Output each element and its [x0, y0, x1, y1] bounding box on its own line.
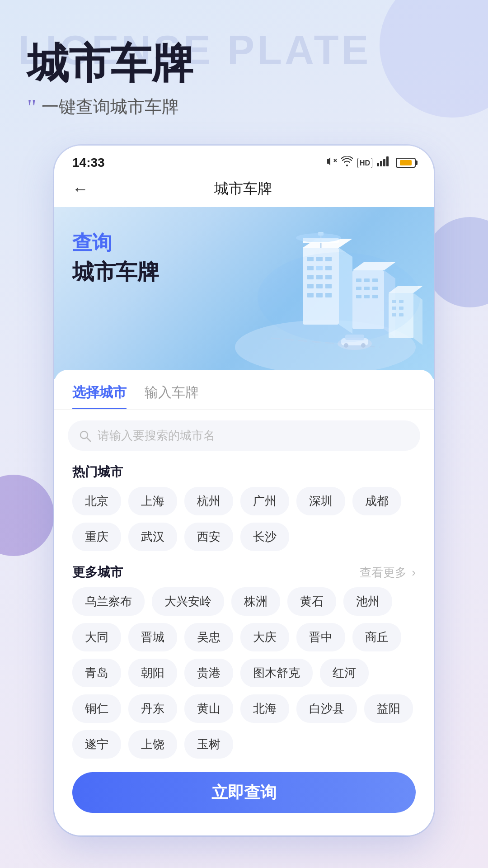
city-tag[interactable]: 乌兰察布: [72, 587, 145, 616]
quote-icon: ": [27, 96, 36, 118]
city-tag[interactable]: 吴忠: [184, 623, 233, 651]
city-tag[interactable]: 深圳: [296, 487, 345, 515]
city-tag[interactable]: 大兴安岭: [152, 587, 224, 616]
city-tag[interactable]: 丹东: [128, 694, 177, 723]
city-tag[interactable]: 黄山: [184, 694, 233, 723]
svg-line-57: [87, 438, 90, 441]
city-tag[interactable]: 武汉: [128, 523, 177, 551]
hot-cities-tags: 北京上海杭州广州深圳成都重庆武汉西安长沙: [54, 487, 434, 556]
city-tag[interactable]: 杭州: [184, 487, 233, 515]
phone-mockup: 14:33 HD: [54, 146, 434, 835]
city-tag[interactable]: 玉树: [184, 730, 233, 759]
page-header: LICENSE PLATE 城市车牌 " 一键查询城市车牌: [0, 0, 488, 137]
city-tag[interactable]: 白沙县: [296, 694, 357, 723]
page-main-title: 城市车牌: [27, 41, 461, 86]
svg-rect-3: [380, 161, 382, 166]
city-tag[interactable]: 成都: [352, 487, 401, 515]
city-tag[interactable]: 北京: [72, 487, 121, 515]
hero-illustration: [199, 207, 434, 379]
hero-banner: 查询 城市车牌: [54, 207, 434, 379]
more-cities-link[interactable]: 查看更多 ›: [358, 565, 416, 580]
city-tag[interactable]: 红河: [320, 659, 369, 687]
hero-query-text: 查询: [72, 230, 159, 256]
city-tag[interactable]: 重庆: [72, 523, 121, 551]
hero-text-block: 查询 城市车牌: [72, 230, 159, 285]
subtitle-row: " 一键查询城市车牌: [27, 95, 461, 118]
content-area: 选择城市 输入车牌 请输入要搜索的城市名 热门城市 北京上海杭州广州深圳成都重庆…: [54, 370, 434, 835]
svg-rect-4: [383, 159, 385, 166]
city-tag[interactable]: 大同: [72, 623, 121, 651]
search-bar[interactable]: 请输入要搜索的城市名: [68, 420, 420, 451]
city-tag[interactable]: 朝阳: [128, 659, 177, 687]
city-tag[interactable]: 黄石: [287, 587, 336, 616]
more-cities-header: 更多城市 查看更多 ›: [54, 556, 434, 587]
svg-point-54: [296, 233, 341, 242]
status-bar: 14:33 HD: [54, 146, 434, 175]
nav-bar: ← 城市车牌: [54, 175, 434, 207]
bg-circle-mid-left: [0, 475, 54, 556]
city-tag[interactable]: 株洲: [231, 587, 280, 616]
svg-point-55: [258, 252, 420, 343]
svg-point-52: [361, 343, 366, 348]
city-tag[interactable]: 池州: [343, 587, 392, 616]
svg-rect-5: [386, 156, 389, 166]
back-button[interactable]: ←: [72, 179, 89, 198]
svg-point-51: [344, 343, 348, 348]
city-tag[interactable]: 北海: [240, 694, 289, 723]
signal-icon: [377, 156, 389, 169]
hd-badge: HD: [357, 158, 372, 168]
search-placeholder: 请输入要搜索的城市名: [98, 428, 409, 443]
city-tag[interactable]: 遂宁: [72, 730, 121, 759]
tab-enter-plate[interactable]: 输入车牌: [145, 383, 199, 409]
city-tag[interactable]: 上饶: [128, 730, 177, 759]
search-icon: [79, 429, 91, 442]
more-cities-tags: 乌兰察布大兴安岭株洲黄石池州大同晋城吴忠大庆晋中商丘青岛朝阳贵港图木舒克红河铜仁…: [54, 587, 434, 763]
city-tag[interactable]: 大庆: [240, 623, 289, 651]
city-tag[interactable]: 上海: [128, 487, 177, 515]
nav-title: 城市车牌: [89, 179, 398, 199]
bottom-btn-area: 立即查询: [54, 763, 434, 826]
hot-cities-section-label: 热门城市: [54, 455, 434, 487]
hero-main-text: 城市车牌: [72, 259, 159, 285]
wifi-icon: [341, 156, 353, 169]
city-tag[interactable]: 晋中: [296, 623, 345, 651]
status-time: 14:33: [72, 156, 105, 170]
city-tag[interactable]: 广州: [240, 487, 289, 515]
city-tag[interactable]: 长沙: [240, 523, 289, 551]
city-tag[interactable]: 贵港: [184, 659, 233, 687]
city-tag[interactable]: 晋城: [128, 623, 177, 651]
svg-rect-2: [377, 163, 379, 166]
mute-icon: [325, 156, 337, 170]
city-tag[interactable]: 铜仁: [72, 694, 121, 723]
city-tag[interactable]: 商丘: [352, 623, 401, 651]
status-icons: HD: [325, 156, 416, 170]
query-button[interactable]: 立即查询: [72, 772, 416, 813]
city-tag[interactable]: 益阳: [364, 694, 413, 723]
subtitle-text: 一键查询城市车牌: [42, 95, 179, 118]
city-tag[interactable]: 西安: [184, 523, 233, 551]
city-tag[interactable]: 图木舒克: [240, 659, 313, 687]
battery-icon: [396, 158, 416, 168]
tab-select-city[interactable]: 选择城市: [72, 383, 127, 409]
more-cities-label: 更多城市: [72, 564, 123, 581]
tabs-row: 选择城市 输入车牌: [54, 370, 434, 410]
bg-circle-mid-right: [425, 217, 488, 307]
city-tag[interactable]: 青岛: [72, 659, 121, 687]
